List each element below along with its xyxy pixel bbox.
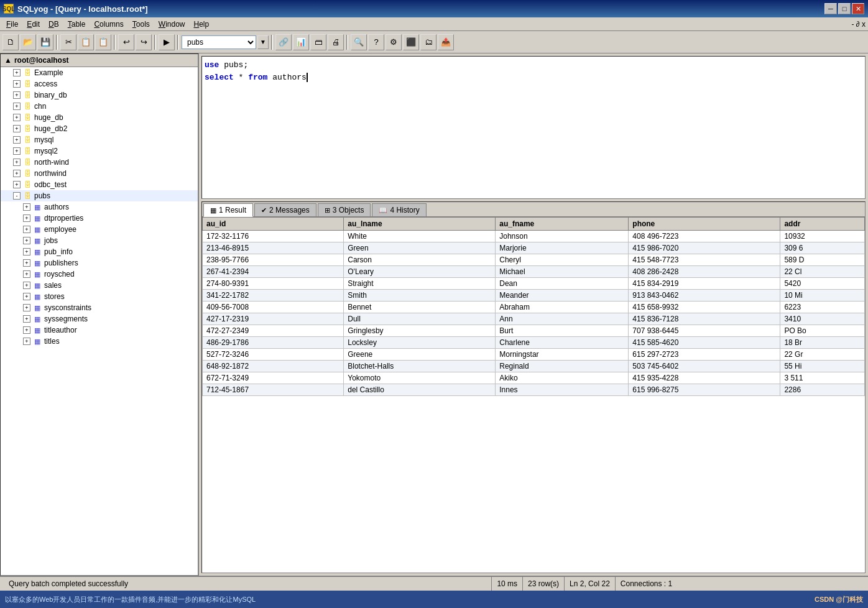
- sidebar-item-north-wind[interactable]: + 🗄 north-wind: [1, 157, 198, 168]
- expand-publishers[interactable]: +: [23, 259, 30, 267]
- table-row[interactable]: 172-32-1176WhiteJohnson408 496-722310932: [203, 231, 865, 242]
- sidebar-item-odbc-test[interactable]: + 🗄 odbc_test: [1, 179, 198, 190]
- menu-window[interactable]: Window: [155, 19, 189, 30]
- more-button-1[interactable]: ⚙: [386, 34, 402, 50]
- sidebar-item-table-roysched[interactable]: + ▦ roysched: [1, 269, 198, 280]
- sidebar-item-table-syssegments[interactable]: + ▦ syssegments: [1, 313, 198, 325]
- table-row[interactable]: 267-41-2394O'LearyMichael408 286-242822 …: [203, 266, 865, 278]
- sidebar-item-table-pub-info[interactable]: + ▦ pub_info: [1, 246, 198, 257]
- open-button[interactable]: 📂: [20, 34, 36, 50]
- menu-table[interactable]: Table: [64, 19, 90, 30]
- tab-objects[interactable]: ⊞ 3 Objects: [318, 203, 371, 216]
- expand-odbc-test[interactable]: +: [13, 181, 21, 188]
- sidebar-item-huge-db2[interactable]: + 🗄 huge_db2: [1, 123, 198, 134]
- expand-chn[interactable]: +: [13, 103, 21, 110]
- sidebar-item-table-jobs[interactable]: + ▦ jobs: [1, 235, 198, 246]
- schema-button[interactable]: 📊: [293, 34, 309, 50]
- sidebar-item-table-employee[interactable]: + ▦ employee: [1, 224, 198, 235]
- sidebar-item-table-titleauthor[interactable]: + ▦ titleauthor: [1, 325, 198, 336]
- tab-result[interactable]: ▦ 1 Result: [203, 203, 253, 217]
- redo-button[interactable]: ↪: [136, 34, 152, 50]
- new-file-button[interactable]: 🗋: [2, 34, 19, 50]
- sidebar-item-table-authors[interactable]: + ▦ authors: [1, 201, 198, 213]
- expand-huge-db[interactable]: +: [13, 114, 21, 121]
- sidebar-item-chn[interactable]: + 🗄 chn: [1, 101, 198, 112]
- expand-employee[interactable]: +: [23, 226, 30, 233]
- expand-pub-info[interactable]: +: [23, 248, 30, 256]
- sidebar-item-binary-db[interactable]: + 🗄 binary_db: [1, 90, 198, 101]
- sidebar-item-table-titles[interactable]: + ▦ titles: [1, 336, 198, 347]
- sidebar-item-pubs[interactable]: - 🗄 pubs: [1, 190, 198, 201]
- tab-history[interactable]: 📖 4 History: [372, 203, 426, 216]
- undo-button[interactable]: ↩: [118, 34, 134, 50]
- expand-binary-db[interactable]: +: [13, 91, 21, 99]
- expand-authors[interactable]: +: [23, 203, 30, 211]
- database-dropdown[interactable]: pubs: [182, 35, 256, 49]
- copy-button[interactable]: 📋: [78, 34, 94, 50]
- expand-mysql2[interactable]: +: [13, 147, 21, 155]
- expand-mysql[interactable]: +: [13, 136, 21, 144]
- database-dropdown-arrow[interactable]: ▼: [257, 35, 269, 49]
- expand-titles[interactable]: +: [23, 338, 30, 345]
- table-row[interactable]: 672-71-3249YokomotoAkiko415 935-42283 51…: [203, 372, 865, 384]
- sidebar-item-huge-db[interactable]: + 🗄 huge_db: [1, 112, 198, 123]
- sidebar-item-mysql[interactable]: + 🗄 mysql: [1, 134, 198, 145]
- expand-roysched[interactable]: +: [23, 270, 30, 278]
- tree-expand-icon[interactable]: ▲: [4, 56, 12, 65]
- more-button-2[interactable]: ⬛: [403, 34, 419, 50]
- expand-dtproperties[interactable]: +: [23, 214, 30, 222]
- expand-access[interactable]: +: [13, 80, 21, 88]
- save-button[interactable]: 💾: [37, 34, 53, 50]
- table-row[interactable]: 238-95-7766CarsonCheryl415 548-7723589 D: [203, 254, 865, 266]
- query-editor[interactable]: use pubs; select * from authors: [201, 56, 866, 199]
- more-button-4[interactable]: 📤: [438, 34, 454, 50]
- menu-tools[interactable]: Tools: [129, 19, 154, 30]
- menu-edit[interactable]: Edit: [23, 19, 44, 30]
- sidebar-item-table-publishers[interactable]: + ▦ publishers: [1, 257, 198, 269]
- sidebar-item-table-stores[interactable]: + ▦ stores: [1, 291, 198, 302]
- sidebar-item-northwind[interactable]: + 🗄 northwind: [1, 168, 198, 179]
- table-row[interactable]: 486-29-1786LocksleyCharlene415 585-46201…: [203, 337, 865, 349]
- tab-messages[interactable]: ✔ 2 Messages: [254, 203, 316, 216]
- sidebar-item-table-sales[interactable]: + ▦ sales: [1, 280, 198, 291]
- expand-stores[interactable]: +: [23, 293, 30, 300]
- sidebar-item-mysql2[interactable]: + 🗄 mysql2: [1, 145, 198, 157]
- expand-syssegments[interactable]: +: [23, 315, 30, 323]
- table-row[interactable]: 648-92-1872Blotchet-HallsReginald503 745…: [203, 361, 865, 372]
- expand-pubs[interactable]: -: [13, 192, 21, 200]
- connect-button[interactable]: 🔗: [275, 34, 292, 50]
- sidebar-item-example[interactable]: + 🗄 Example: [1, 67, 198, 78]
- table-row[interactable]: 213-46-8915GreenMarjorie415 986-7020309 …: [203, 242, 865, 254]
- expand-titleauthor[interactable]: +: [23, 326, 30, 334]
- expand-jobs[interactable]: +: [23, 237, 30, 244]
- menu-columns[interactable]: Columns: [90, 19, 127, 30]
- table-data-button[interactable]: 🗃: [310, 34, 326, 50]
- menu-help[interactable]: Help: [190, 19, 213, 30]
- expand-sysconstraints[interactable]: +: [23, 304, 30, 311]
- execute-button[interactable]: ▶: [159, 34, 175, 50]
- expand-huge-db2[interactable]: +: [13, 125, 21, 132]
- cut-button[interactable]: ✂: [60, 34, 76, 50]
- table-row[interactable]: 274-80-9391StraightDean415 834-29195420: [203, 278, 865, 290]
- maximize-button[interactable]: □: [838, 3, 851, 14]
- table-row[interactable]: 341-22-1782SmithMeander913 843-046210 Mi: [203, 290, 865, 302]
- sidebar-item-table-dtproperties[interactable]: + ▦ dtproperties: [1, 213, 198, 224]
- table-row[interactable]: 712-45-1867del CastilloInnes615 996-8275…: [203, 384, 865, 396]
- menu-db[interactable]: DB: [45, 19, 63, 30]
- table-row[interactable]: 427-17-2319DullAnn415 836-71283410: [203, 313, 865, 325]
- expand-sales[interactable]: +: [23, 282, 30, 289]
- sidebar-item-table-sysconstraints[interactable]: + ▦ sysconstraints: [1, 302, 198, 313]
- help-button[interactable]: ?: [368, 34, 384, 50]
- table-row[interactable]: 472-27-2349GringlesbyBurt707 938-6445PO …: [203, 325, 865, 337]
- table-row[interactable]: 409-56-7008BennetAbraham415 658-99326223: [203, 302, 865, 313]
- more-button-3[interactable]: 🗂: [420, 34, 436, 50]
- sidebar-item-access[interactable]: + 🗄 access: [1, 78, 198, 90]
- close-button[interactable]: ✕: [852, 3, 864, 14]
- search-button[interactable]: 🔍: [351, 34, 367, 50]
- expand-northwind[interactable]: +: [13, 170, 21, 177]
- expand-example[interactable]: +: [13, 69, 21, 76]
- paste-button[interactable]: 📋: [95, 34, 111, 50]
- menu-file[interactable]: File: [2, 19, 22, 30]
- minimize-button[interactable]: ─: [824, 3, 837, 14]
- expand-north-wind[interactable]: +: [13, 159, 21, 166]
